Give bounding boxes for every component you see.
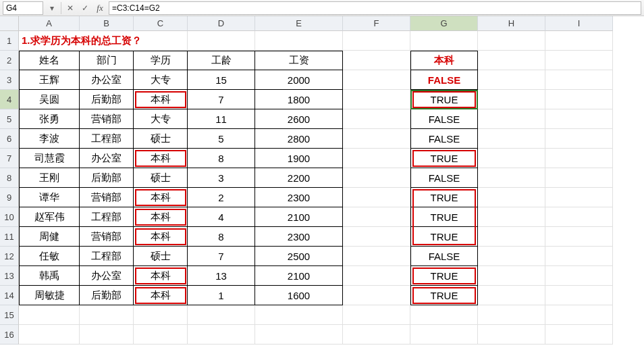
cell-D4[interactable]: 7: [188, 90, 255, 109]
cell-H15[interactable]: [478, 305, 545, 325]
cell-A9[interactable]: 谭华: [19, 188, 80, 207]
cell-F15[interactable]: [343, 305, 410, 325]
cell-G1[interactable]: [410, 31, 478, 51]
cell-G6[interactable]: FALSE: [410, 129, 478, 149]
row-header-3[interactable]: 3: [0, 70, 19, 90]
cell-D8[interactable]: 3: [188, 168, 255, 188]
cell-F6[interactable]: [343, 129, 410, 149]
cell-G13[interactable]: TRUE: [410, 266, 478, 286]
cell-E7[interactable]: 1900: [255, 149, 343, 168]
cell-E12[interactable]: 2500: [255, 247, 343, 266]
col-header-A[interactable]: A: [19, 16, 80, 31]
cell-D13[interactable]: 13: [188, 266, 255, 286]
cell-B15[interactable]: [80, 305, 134, 325]
cell-H1[interactable]: [478, 31, 545, 51]
cell-F5[interactable]: [343, 109, 410, 129]
cell-G15[interactable]: [410, 305, 478, 325]
cell-E8[interactable]: 2200: [255, 168, 343, 188]
cell-B11[interactable]: 营销部: [80, 227, 134, 247]
spreadsheet[interactable]: ABCDEFGHI 11.求学历为本科的总工资？2姓名部门学历工龄工资本科3王辉…: [0, 16, 644, 345]
cell-C6[interactable]: 硕士: [134, 129, 188, 149]
row-header-2[interactable]: 2: [0, 51, 19, 70]
cell-I2[interactable]: [545, 51, 613, 70]
cell-H13[interactable]: [478, 266, 545, 286]
cell-F3[interactable]: [343, 70, 410, 90]
cell-F11[interactable]: [343, 227, 410, 247]
col-header-D[interactable]: D: [188, 16, 255, 31]
cell-I8[interactable]: [545, 168, 613, 188]
cell-A10[interactable]: 赵军伟: [19, 207, 80, 227]
cell-D14[interactable]: 1: [188, 286, 255, 305]
cell-C8[interactable]: 硕士: [134, 168, 188, 188]
cell-D5[interactable]: 11: [188, 109, 255, 129]
cell-D1[interactable]: [188, 31, 255, 51]
cell-I13[interactable]: [545, 266, 613, 286]
cell-B3[interactable]: 办公室: [80, 70, 134, 90]
cell-H11[interactable]: [478, 227, 545, 247]
row-header-11[interactable]: 11: [0, 227, 19, 247]
cell-C13[interactable]: 本科: [134, 266, 188, 286]
cell-E3[interactable]: 2000: [255, 70, 343, 90]
cell-A11[interactable]: 周健: [19, 227, 80, 247]
row-header-6[interactable]: 6: [0, 129, 19, 149]
cell-F4[interactable]: [343, 90, 410, 109]
row-header-9[interactable]: 9: [0, 188, 19, 207]
cell-C14[interactable]: 本科: [134, 286, 188, 305]
cell-G10[interactable]: TRUE: [410, 207, 478, 227]
row-header-12[interactable]: 12: [0, 247, 19, 266]
formula-bar[interactable]: =C3:C14=G2: [109, 1, 641, 15]
row-header-16[interactable]: 16: [0, 325, 19, 345]
fx-icon[interactable]: fx: [94, 2, 106, 14]
cell-D15[interactable]: [188, 305, 255, 325]
cell-H12[interactable]: [478, 247, 545, 266]
cell-H8[interactable]: [478, 168, 545, 188]
col-header-H[interactable]: H: [478, 16, 545, 31]
cell-H16[interactable]: [478, 325, 545, 345]
cell-E11[interactable]: 2300: [255, 227, 343, 247]
cell-F12[interactable]: [343, 247, 410, 266]
cell-I9[interactable]: [545, 188, 613, 207]
cell-G5[interactable]: FALSE: [410, 109, 478, 129]
row-header-14[interactable]: 14: [0, 286, 19, 305]
cell-B13[interactable]: 办公室: [80, 266, 134, 286]
cell-H9[interactable]: [478, 188, 545, 207]
cell-D6[interactable]: 5: [188, 129, 255, 149]
cell-D3[interactable]: 15: [188, 70, 255, 90]
cell-C5[interactable]: 大专: [134, 109, 188, 129]
cell-I1[interactable]: [545, 31, 613, 51]
cell-G3[interactable]: FALSE: [410, 70, 478, 90]
cell-F16[interactable]: [343, 325, 410, 345]
cell-A3[interactable]: 王辉: [19, 70, 80, 90]
cell-I4[interactable]: [545, 90, 613, 109]
col-header-E[interactable]: E: [255, 16, 343, 31]
cell-I3[interactable]: [545, 70, 613, 90]
cell-C15[interactable]: [134, 305, 188, 325]
cell-F7[interactable]: [343, 149, 410, 168]
cell-C9[interactable]: 本科: [134, 188, 188, 207]
cell-G12[interactable]: FALSE: [410, 247, 478, 266]
cell-B4[interactable]: 后勤部: [80, 90, 134, 109]
row-header-7[interactable]: 7: [0, 149, 19, 168]
cell-D10[interactable]: 4: [188, 207, 255, 227]
cell-F8[interactable]: [343, 168, 410, 188]
cell-I11[interactable]: [545, 227, 613, 247]
select-all-corner[interactable]: [0, 16, 19, 31]
cell-B9[interactable]: 营销部: [80, 188, 134, 207]
cell-D12[interactable]: 7: [188, 247, 255, 266]
row-header-10[interactable]: 10: [0, 207, 19, 227]
cell-C11[interactable]: 本科: [134, 227, 188, 247]
cell-I5[interactable]: [545, 109, 613, 129]
cell-C16[interactable]: [134, 325, 188, 345]
cell-H14[interactable]: [478, 286, 545, 305]
cell-A14[interactable]: 周敏捷: [19, 286, 80, 305]
cell-I15[interactable]: [545, 305, 613, 325]
cell-H4[interactable]: [478, 90, 545, 109]
row-header-1[interactable]: 1: [0, 31, 19, 51]
cell-E15[interactable]: [255, 305, 343, 325]
cell-E9[interactable]: 2300: [255, 188, 343, 207]
cell-G14[interactable]: TRUE: [410, 286, 478, 305]
cell-H5[interactable]: [478, 109, 545, 129]
cell-C10[interactable]: 本科: [134, 207, 188, 227]
cell-C7[interactable]: 本科: [134, 149, 188, 168]
cell-I10[interactable]: [545, 207, 613, 227]
